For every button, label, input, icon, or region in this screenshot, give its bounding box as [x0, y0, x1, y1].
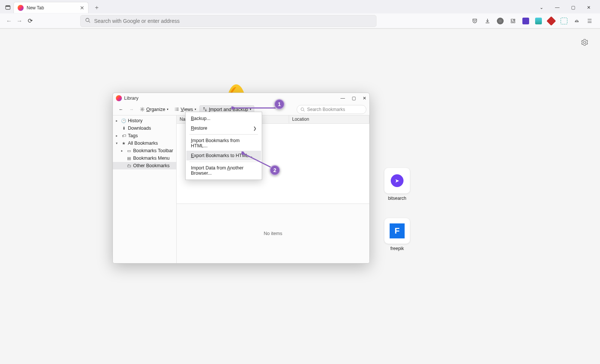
download-icon: ⬇: [121, 126, 126, 131]
forward-button[interactable]: →: [14, 16, 25, 26]
browser-chrome: New Tab ✕ ＋ ⌄ ― ▢ ✕ ← → ⟳ Search with Go…: [0, 0, 600, 29]
pocket-icon[interactable]: [470, 16, 479, 25]
settings-gear-icon[interactable]: [581, 39, 588, 47]
library-minimize-button[interactable]: ―: [340, 96, 345, 101]
annotation-badge-1: 1: [274, 99, 285, 109]
menu-separator: [189, 134, 258, 135]
star-icon: ★: [121, 141, 126, 146]
menu-button[interactable]: ☰: [585, 16, 594, 25]
menu-icon: ▤: [126, 156, 132, 161]
svg-point-4: [141, 108, 143, 110]
maximize-button[interactable]: ▢: [568, 5, 578, 10]
search-placeholder: Search Bookmarks: [307, 107, 345, 112]
clock-icon: 🕑: [121, 118, 126, 123]
new-tab-button[interactable]: ＋: [92, 4, 102, 12]
window-controls: ⌄ ― ▢ ✕: [537, 5, 598, 10]
close-button[interactable]: ✕: [584, 5, 593, 10]
import-export-icon: [202, 107, 207, 112]
minimize-button[interactable]: ―: [553, 5, 562, 10]
account-icon[interactable]: [496, 16, 505, 25]
tree-bookmarks-toolbar[interactable]: ▸▭Bookmarks Toolbar: [113, 147, 176, 154]
tree-tags[interactable]: ▸🏷Tags: [113, 132, 176, 139]
menu-import-html[interactable]: Import Bookmarks from HTML...: [186, 136, 261, 151]
toolbar-icon: ▭: [126, 148, 132, 153]
freepik-icon: F: [390, 223, 405, 238]
nav-bar: ← → ⟳ Search with Google or enter addres…: [0, 13, 600, 28]
back-button[interactable]: ←: [4, 16, 14, 26]
library-back-button[interactable]: ←: [116, 106, 126, 113]
search-icon: [85, 18, 90, 24]
tab-close-button[interactable]: ✕: [80, 5, 84, 11]
library-maximize-button[interactable]: ▢: [352, 96, 356, 101]
tag-icon: 🏷: [121, 133, 126, 138]
tree-history[interactable]: ▸🕑History: [113, 117, 176, 124]
shortcut-label: freepik: [390, 246, 404, 251]
svg-point-5: [301, 108, 304, 111]
svg-rect-1: [6, 6, 10, 7]
library-forward-button[interactable]: →: [127, 106, 137, 113]
library-titlebar[interactable]: Library ― ▢ ✕: [113, 93, 369, 103]
chevron-down-icon[interactable]: ⌄: [537, 5, 546, 10]
tree-bookmarks-menu[interactable]: ▤Bookmarks Menu: [113, 154, 176, 162]
extension-icon-3[interactable]: [547, 16, 556, 25]
bitsearch-icon: [391, 174, 404, 187]
library-detail: No items: [177, 204, 369, 263]
shortcut-label: bitsearch: [388, 196, 406, 201]
browser-tab[interactable]: New Tab ✕: [14, 2, 88, 13]
svg-line-6: [303, 110, 304, 111]
extension-icon-2[interactable]: [534, 16, 543, 25]
search-icon: [300, 107, 305, 112]
firefox-favicon-icon: [18, 5, 24, 11]
folder-icon: 🗀: [126, 163, 132, 168]
extension-icon-4[interactable]: [560, 16, 568, 25]
tree-other-bookmarks[interactable]: 🗀Other Bookmarks: [113, 162, 176, 169]
tab-title: New Tab: [27, 5, 44, 10]
library-close-button[interactable]: ✕: [363, 96, 366, 101]
tree-all-bookmarks[interactable]: ▾★All Bookmarks: [113, 139, 176, 147]
url-placeholder: Search with Google or enter address: [94, 18, 180, 24]
annotation-badge-2: 2: [270, 165, 280, 175]
empty-label: No items: [264, 231, 282, 236]
extensions-icon[interactable]: [508, 16, 518, 25]
library-title: Library: [124, 96, 138, 101]
svg-point-2: [86, 18, 89, 22]
tree-downloads[interactable]: ⬇Downloads: [113, 124, 176, 132]
shortcut-bitsearch[interactable]: bitsearch: [384, 168, 410, 201]
extension-icon-5[interactable]: [572, 16, 581, 25]
library-tree: ▸🕑History ⬇Downloads ▸🏷Tags ▾★All Bookma…: [113, 115, 177, 263]
menu-backup[interactable]: Backup...: [186, 114, 261, 123]
organize-menu[interactable]: Organize ▾: [137, 106, 171, 113]
reload-button[interactable]: ⟳: [25, 16, 35, 26]
downloads-icon[interactable]: [483, 16, 492, 25]
chevron-right-icon: ❯: [253, 126, 256, 131]
recent-pages-button[interactable]: [2, 4, 14, 10]
svg-line-3: [89, 21, 90, 23]
annotation-arrow-1: [231, 106, 277, 109]
nav-right-icons: ☰: [470, 16, 596, 25]
library-search-input[interactable]: Search Bookmarks: [297, 105, 366, 114]
firefox-icon: [116, 95, 122, 101]
gear-icon: [140, 107, 145, 112]
list-icon: [174, 107, 179, 112]
shortcut-freepik[interactable]: F freepik: [384, 218, 410, 251]
menu-restore[interactable]: Restore❯: [186, 123, 261, 133]
tab-bar: New Tab ✕ ＋ ⌄ ― ▢ ✕: [0, 0, 600, 13]
column-location[interactable]: Location: [289, 115, 369, 123]
url-bar[interactable]: Search with Google or enter address: [80, 15, 376, 27]
extension-icon-1[interactable]: [521, 16, 530, 25]
